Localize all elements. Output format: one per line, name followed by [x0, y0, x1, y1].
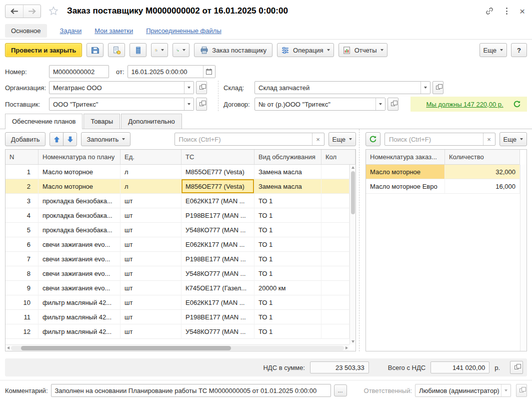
cell-unit[interactable]: шт [120, 310, 182, 324]
cell-tc[interactable]: Е062КК177 (MAN ... [182, 194, 254, 208]
cell-tc[interactable]: Е062КК177 (MAN ... [182, 295, 254, 310]
move-up-button[interactable] [50, 132, 64, 146]
column-header-n[interactable]: N [6, 150, 38, 165]
cell-unit[interactable]: шт [120, 223, 182, 237]
contract-combo[interactable]: № от (р.)ООО "Тритекс" [254, 98, 386, 111]
supplier-value[interactable]: ООО "Тритекс" [50, 98, 184, 110]
cell-service-type[interactable]: ТО 1 [254, 194, 322, 208]
forward-button[interactable] [23, 5, 40, 18]
vertical-scrollbar[interactable] [350, 165, 356, 344]
totals-open-button[interactable] [510, 361, 523, 374]
cell-unit[interactable]: шт [120, 281, 182, 295]
column-header-order-nomenclature[interactable]: Номенклатура заказ... [366, 150, 445, 165]
contract-open-button[interactable] [388, 98, 398, 111]
tab-goods[interactable]: Товары [84, 114, 120, 129]
cell-unit[interactable]: шт [120, 324, 182, 339]
scroll-down-arrow[interactable] [352, 340, 354, 343]
cell-service-type[interactable]: ТО 1 [254, 237, 322, 252]
responsible-value[interactable]: Любимов (администратор) [416, 384, 501, 396]
cell-unit[interactable]: л [120, 165, 182, 179]
cell-tc[interactable]: Р198ВЕ177 (MAN ... [182, 208, 254, 223]
save-button[interactable] [86, 43, 104, 57]
register-records-button[interactable] [130, 43, 146, 57]
number-field[interactable]: М0000000002 [49, 65, 109, 78]
cell-service-type[interactable]: ТО 1 [254, 266, 322, 281]
tab-additional[interactable]: Дополнительно [121, 114, 182, 129]
link-icon[interactable] [485, 7, 494, 16]
nav-link-attached-files[interactable]: Присоединенные файлы [146, 27, 222, 35]
table-row[interactable]: 6 свечи зажигания evo... шт Е062КК177 (M… [6, 237, 350, 252]
vertical-scroll-thumb[interactable] [351, 171, 355, 214]
add-row-button[interactable]: Добавить [5, 132, 46, 146]
warehouse-value[interactable]: Склад запчастей [255, 82, 420, 94]
reports-button[interactable]: Отчеты [338, 43, 388, 57]
cell-nomenclature[interactable]: свечи зажигания evo... [38, 266, 120, 281]
operation-button[interactable]: Операция [277, 43, 334, 57]
tab-main[interactable]: Основное [5, 24, 47, 38]
table-row[interactable]: 8 свечи зажигания evo... шт У548КО777 (M… [6, 266, 350, 281]
search-input[interactable]: Поиск (Ctrl+F) [175, 133, 312, 145]
table-row[interactable]: 10 фильтр масляный 42... шт Е062КК177 (M… [6, 295, 350, 310]
table-row[interactable]: 7 свечи зажигания evo... шт Р198ВЕ177 (M… [6, 252, 350, 266]
cell-unit[interactable]: шт [120, 252, 182, 266]
cell-row-number[interactable]: 11 [6, 310, 38, 324]
cell-service-type[interactable]: ТО 1 [254, 252, 322, 266]
column-header-nomenclature[interactable]: Номенклатура по плану [38, 150, 120, 165]
clear-search-button[interactable]: × [312, 133, 324, 145]
more-button[interactable]: Еще [480, 43, 507, 57]
contract-value[interactable]: № от (р.)ООО "Тритекс" [255, 98, 376, 110]
fill-button[interactable]: Заполнить [81, 132, 130, 146]
date-value[interactable]: 16.01.2025 0:00:00 [128, 66, 203, 78]
cell-row-number[interactable]: 12 [6, 324, 38, 339]
cell-service-type[interactable]: ТО 1 [254, 208, 322, 223]
cell-quantity[interactable] [322, 208, 350, 223]
cell-quantity[interactable] [322, 252, 350, 266]
column-header-qty[interactable]: Кол [322, 150, 356, 165]
table-row[interactable]: 4 прокладка бензобака... шт Р198ВЕ177 (M… [6, 208, 350, 223]
cell-quantity[interactable] [322, 237, 350, 252]
cell-nomenclature[interactable]: свечи зажигания evo... [38, 252, 120, 266]
cell-quantity[interactable] [322, 310, 350, 324]
column-header-tc[interactable]: ТС [182, 150, 254, 165]
cell-quantity[interactable] [322, 179, 350, 194]
menu-kebab-icon[interactable] [506, 8, 508, 15]
table-row[interactable]: 11 фильтр масляный 42... шт Р198ВЕ177 (M… [6, 310, 350, 324]
dropdown-button[interactable] [184, 98, 194, 110]
table-row[interactable]: 9 свечи зажигания evo... шт К745ОЕ177 (Г… [6, 281, 350, 295]
table-row[interactable]: 2 Масло моторное л М856ОЕ777 (Vesta) Зам… [6, 179, 350, 194]
horizontal-scrollbar[interactable] [6, 344, 350, 351]
cell-row-number[interactable]: 6 [6, 237, 38, 252]
dropdown-button[interactable] [184, 82, 194, 94]
clear-search-button[interactable]: × [483, 133, 495, 145]
organization-value[interactable]: Мегатранс ООО [50, 82, 184, 94]
responsible-combo[interactable]: Любимов (администратор) [415, 384, 511, 397]
cell-nomenclature[interactable]: Масло моторное [38, 179, 120, 194]
cell-unit[interactable]: шт [120, 295, 182, 310]
table-row[interactable]: 12 фильтр масляный 42... шт У548КО777 (M… [6, 324, 350, 339]
cell-row-number[interactable]: 5 [6, 223, 38, 237]
cell-order-nomenclature[interactable]: Масло моторное Евро [366, 179, 445, 194]
cell-tc[interactable]: Р198ВЕ177 (MAN ... [182, 310, 254, 324]
cell-order-nomenclature[interactable]: Масло моторное [366, 165, 445, 179]
cell-row-number[interactable]: 8 [6, 266, 38, 281]
cell-service-type[interactable]: ТО 1 [254, 223, 322, 237]
cell-service-type[interactable]: 20000 км [254, 281, 322, 295]
cell-row-number[interactable]: 3 [6, 194, 38, 208]
scroll-left-arrow[interactable] [7, 346, 10, 349]
responsible-open-button[interactable] [516, 384, 527, 397]
cell-tc[interactable]: М855ОЕ777 (Vesta) [182, 165, 254, 179]
table-row[interactable]: Масло моторное 32,000 [366, 165, 520, 179]
organization-combo[interactable]: Мегатранс ООО [49, 81, 194, 94]
dropdown-button[interactable] [420, 82, 430, 94]
calendar-button[interactable] [203, 66, 215, 78]
cell-unit[interactable]: л [120, 179, 182, 194]
cell-service-type[interactable]: ТО 1 [254, 324, 322, 339]
cell-tc[interactable]: М856ОЕ777 (Vesta) [182, 179, 254, 194]
cell-tc[interactable]: У548КО777 (MAN ... [182, 324, 254, 339]
cell-nomenclature[interactable]: свечи зажигания evo... [38, 281, 120, 295]
cell-unit[interactable]: шт [120, 208, 182, 223]
total-amount-field[interactable]: 141 020,00 [430, 361, 490, 373]
warehouse-open-button[interactable] [432, 81, 444, 94]
horizontal-scroll-track[interactable] [11, 346, 344, 350]
print-order-button[interactable]: Заказ поставщику [194, 43, 272, 57]
